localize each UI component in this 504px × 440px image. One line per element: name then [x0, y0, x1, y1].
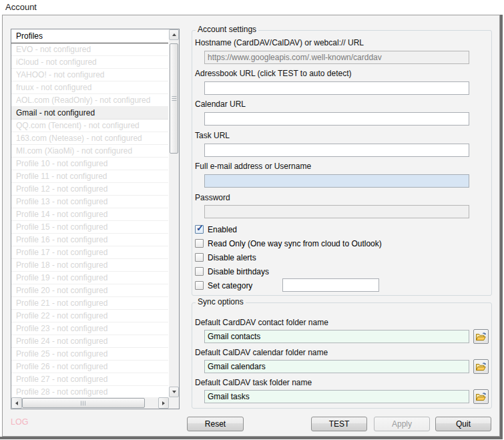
scrollbar-corner: [169, 397, 179, 409]
checkbox-label: Disable birthdays: [208, 267, 269, 276]
profile-row-selected[interactable]: Gmail - not configured: [11, 107, 168, 120]
profile-row[interactable]: MI.com (XiaoMi) - not configured: [11, 145, 168, 158]
sync-options-group-label: Sync options: [196, 297, 246, 306]
profile-row[interactable]: Profile 24 - not configured: [11, 335, 168, 348]
checkbox-label: Disable alerts: [208, 253, 256, 262]
checkmark-icon: ✓: [196, 224, 204, 233]
log-link[interactable]: LOG: [11, 417, 28, 427]
profile-row[interactable]: Profile 15 - not configured: [11, 221, 168, 234]
folder-open-icon: [475, 332, 487, 342]
sync-field-label: Default CalDAV calendar folder name: [195, 348, 328, 358]
checkbox-unchecked[interactable]: [195, 267, 204, 276]
reset-button[interactable]: Reset: [187, 417, 244, 431]
profile-row[interactable]: Profile 10 - not configured: [11, 158, 168, 170]
profile-row[interactable]: Profile 11 - not configured: [11, 170, 168, 183]
profile-row[interactable]: Profile 19 - not configured: [11, 272, 168, 284]
profile-row[interactable]: Profile 23 - not configured: [11, 322, 168, 335]
scroll-left-button[interactable]: [11, 397, 22, 409]
checkbox-unchecked[interactable]: [195, 253, 204, 262]
triangle-down-icon: [172, 391, 176, 393]
profile-row[interactable]: AOL.com (ReadOnly) - not configured: [11, 94, 168, 107]
quit-button[interactable]: Quit: [435, 417, 491, 431]
profile-row[interactable]: Profile 14 - not configured: [11, 208, 168, 221]
addressbook-url-input[interactable]: [204, 81, 469, 95]
folder-browse-button[interactable]: [473, 389, 489, 404]
checkbox-label: Read Only (One way sync from cloud to Ou…: [208, 239, 382, 248]
profile-row[interactable]: Profile 26 - not configured: [11, 361, 168, 373]
checkbox-row[interactable]: Disable alerts: [195, 250, 382, 264]
scroll-right-button[interactable]: [158, 397, 169, 409]
username-label: Full e-mail address or Username: [195, 162, 311, 172]
task-url-input[interactable]: [204, 144, 469, 157]
checkbox-row[interactable]: ✓Enabled: [195, 222, 382, 236]
apply-button[interactable]: Apply: [374, 417, 430, 431]
folder-browse-button[interactable]: [473, 359, 489, 374]
sync-options-group: Sync options Default CardDAV contact fol…: [192, 302, 492, 409]
window-frame-bottom: [0, 437, 503, 439]
profile-row[interactable]: Profile 22 - not configured: [11, 310, 168, 322]
triangle-up-icon: [172, 33, 176, 36]
sync-folder-input[interactable]: [204, 330, 469, 343]
checkbox-row[interactable]: Disable birthdays: [195, 264, 382, 278]
checkbox-label: Enabled: [208, 225, 237, 234]
profiles-list-header: Profiles: [11, 29, 168, 43]
hostname-label: Hostname (CardDAV/CalDAV) or webcal:// U…: [195, 38, 364, 48]
sync-folder-input[interactable]: [204, 390, 469, 403]
profile-row[interactable]: QQ.com (Tencent) - not configured: [11, 120, 168, 132]
triangle-right-icon: [162, 401, 165, 405]
horizontal-scroll-thumb[interactable]: [22, 398, 145, 408]
profile-row[interactable]: Profile 25 - not configured: [11, 348, 168, 361]
task-url-label: Task URL: [195, 131, 230, 141]
profile-row[interactable]: EVO - not configured: [11, 43, 168, 56]
checkbox-checked[interactable]: ✓: [195, 225, 204, 234]
calendar-url-input[interactable]: [204, 112, 469, 126]
checkbox-unchecked[interactable]: [195, 239, 204, 248]
profile-row[interactable]: YAHOO! - not configured: [11, 69, 168, 81]
sync-folder-input[interactable]: [204, 360, 469, 373]
profile-row[interactable]: Profile 28 - not configured: [11, 386, 168, 397]
password-input: [204, 205, 469, 218]
set-category-input[interactable]: [282, 278, 379, 292]
hostname-input: [204, 51, 469, 64]
calendar-url-label: Calendar URL: [195, 99, 246, 109]
window-title: Account: [5, 2, 37, 12]
sync-field-label: Default CardDAV contact folder name: [195, 318, 328, 328]
username-input[interactable]: [204, 174, 469, 188]
checkbox-row[interactable]: Read Only (One way sync from cloud to Ou…: [195, 236, 382, 250]
profile-row[interactable]: Profile 20 - not configured: [11, 284, 168, 297]
password-label: Password: [195, 193, 230, 203]
profile-row[interactable]: Profile 16 - not configured: [11, 234, 168, 246]
account-settings-group: Account settings Hostname (CardDAV/CalDA…: [192, 30, 492, 296]
profiles-list: Profiles EVO - not configurediCloud - no…: [11, 29, 180, 409]
profile-row[interactable]: 163.com (Netease) - not configured: [11, 132, 168, 145]
profiles-rows: EVO - not configurediCloud - not configu…: [11, 43, 168, 397]
folder-open-icon: [475, 392, 487, 402]
account-settings-group-label: Account settings: [196, 25, 258, 34]
scroll-down-button[interactable]: [169, 387, 179, 397]
profiles-horizontal-scrollbar[interactable]: [11, 397, 169, 409]
profile-row[interactable]: Profile 27 - not configured: [11, 373, 168, 386]
vertical-scroll-thumb[interactable]: [170, 43, 178, 154]
window-frame-right: [500, 15, 503, 439]
checkbox-unchecked[interactable]: [195, 281, 204, 290]
folder-browse-button[interactable]: [473, 329, 489, 344]
profiles-vertical-scrollbar[interactable]: [169, 29, 179, 397]
sync-field-label: Default CalDAV task folder name: [195, 378, 312, 388]
checkbox-label: Set category: [208, 281, 252, 290]
profile-row[interactable]: Profile 17 - not configured: [11, 246, 168, 259]
profile-row[interactable]: Profile 12 - not configured: [11, 183, 168, 196]
scroll-up-button[interactable]: [169, 29, 179, 40]
profile-row[interactable]: Profile 18 - not configured: [11, 259, 168, 272]
test-button[interactable]: TEST: [311, 417, 367, 431]
triangle-left-icon: [15, 401, 18, 405]
profile-row[interactable]: Profile 21 - not configured: [11, 297, 168, 310]
profile-row[interactable]: Profile 13 - not configured: [11, 196, 168, 208]
addressbook-url-label: Adressbook URL (click TEST to auto detec…: [195, 69, 352, 79]
main-panel: Profiles EVO - not configurediCloud - no…: [2, 15, 500, 437]
profile-row[interactable]: iCloud - not configured: [11, 56, 168, 69]
folder-open-icon: [475, 362, 487, 372]
profile-row[interactable]: fruux - not configured: [11, 81, 168, 94]
